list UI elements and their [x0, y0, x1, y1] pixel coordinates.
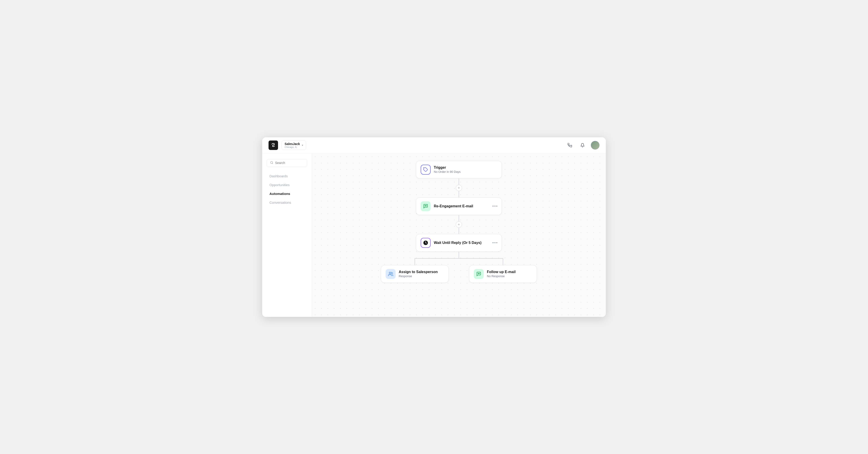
- wait-menu[interactable]: •••: [492, 240, 498, 245]
- avatar[interactable]: [591, 141, 599, 150]
- search-input[interactable]: [275, 161, 304, 165]
- svg-point-11: [389, 272, 391, 273]
- connector-2: +: [456, 215, 462, 234]
- flow-container: Trigger No Order in 90 Days +: [312, 154, 606, 317]
- sidebar-item-automations[interactable]: Automations: [267, 190, 307, 197]
- trigger-node[interactable]: Trigger No Order in 90 Days: [416, 161, 502, 179]
- avatar-image: [591, 141, 599, 150]
- trigger-icon: [421, 165, 431, 174]
- trigger-text: Trigger No Order in 90 Days: [434, 166, 461, 173]
- workspace-chevron-icon: ▾: [302, 144, 303, 147]
- wait-title: Wait Until Reply (Or 5 Days): [434, 241, 482, 245]
- logo: [269, 140, 278, 150]
- sidebar-item-opportunities[interactable]: Opportunities: [267, 181, 307, 189]
- followup-icon: [474, 269, 484, 279]
- header: SalesJack Chicago, IL ▾: [262, 137, 606, 154]
- add-btn-2[interactable]: +: [456, 221, 462, 228]
- reengagement-text: Re-Engagement E-mail: [434, 204, 473, 208]
- branch-connector: [371, 252, 547, 265]
- wait-node[interactable]: Wait Until Reply (Or 5 Days) •••: [416, 234, 502, 252]
- followup-node[interactable]: Follow up E-mail No Response: [469, 265, 537, 283]
- add-btn-1[interactable]: +: [456, 185, 462, 191]
- header-right: [565, 141, 599, 150]
- svg-point-13: [478, 273, 478, 274]
- sidebar-item-dashboards[interactable]: Dashboards: [267, 172, 307, 180]
- workspace-selector[interactable]: SalesJack Chicago, IL ▾: [282, 140, 306, 150]
- workspace-location: Chicago, IL: [285, 146, 300, 149]
- line-2: [459, 191, 459, 197]
- svg-point-4: [426, 205, 426, 206]
- search-box[interactable]: [267, 159, 307, 167]
- branch-right: Follow up E-mail No Response: [459, 265, 547, 283]
- svg-point-15: [479, 273, 480, 274]
- svg-point-3: [425, 205, 425, 206]
- branch-row: Assign to Salesperson Response: [371, 265, 547, 283]
- svg-line-1: [272, 163, 273, 164]
- assign-title: Assign to Salesperson: [399, 270, 438, 274]
- branch-lines-svg: [371, 252, 547, 265]
- followup-title: Follow up E-mail: [487, 270, 516, 274]
- app-window: SalesJack Chicago, IL ▾: [262, 137, 606, 317]
- reengagement-menu[interactable]: •••: [492, 204, 498, 208]
- assign-subtitle: Response: [399, 274, 438, 278]
- svg-point-5: [426, 205, 427, 206]
- sidebar: Dashboards Opportunities Automations Con…: [262, 154, 312, 317]
- header-left: SalesJack Chicago, IL ▾: [269, 140, 306, 150]
- branch-left: Assign to Salesperson Response: [371, 265, 459, 283]
- trigger-subtitle: No Order in 90 Days: [434, 170, 461, 173]
- followup-subtitle: No Response: [487, 274, 516, 278]
- svg-point-14: [478, 273, 479, 274]
- phone-button[interactable]: [565, 141, 574, 150]
- assign-icon: [385, 269, 396, 279]
- line-4: [459, 228, 459, 234]
- connector-1: +: [456, 179, 462, 197]
- reengagement-icon: [421, 201, 431, 211]
- bell-button[interactable]: [578, 141, 587, 150]
- wait-icon: [421, 238, 431, 248]
- line-3: [459, 215, 459, 221]
- sidebar-item-conversations[interactable]: Conversations: [267, 199, 307, 206]
- workspace-name: SalesJack: [285, 142, 300, 146]
- followup-text: Follow up E-mail No Response: [487, 270, 516, 278]
- line-1: [459, 179, 459, 185]
- canvas-area: Trigger No Order in 90 Days +: [312, 154, 606, 317]
- assign-node[interactable]: Assign to Salesperson Response: [381, 265, 449, 283]
- trigger-title: Trigger: [434, 166, 461, 170]
- reengagement-node[interactable]: Re-Engagement E-mail •••: [416, 197, 502, 215]
- wait-text: Wait Until Reply (Or 5 Days): [434, 241, 482, 245]
- assign-text: Assign to Salesperson Response: [399, 270, 438, 278]
- search-icon: [270, 161, 273, 165]
- reengagement-title: Re-Engagement E-mail: [434, 204, 473, 208]
- main-layout: Dashboards Opportunities Automations Con…: [262, 154, 606, 317]
